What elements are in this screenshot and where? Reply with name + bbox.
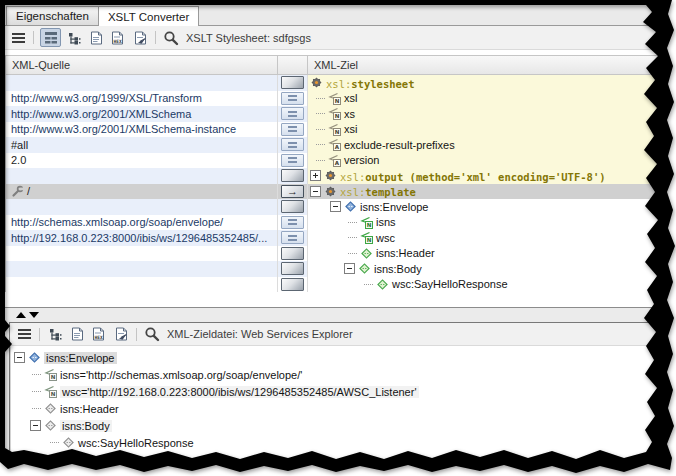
- table-row[interactable]: xsl:output (method='xml' encoding='UTF-8…: [6, 168, 666, 184]
- source-value[interactable]: http://192.168.0.223:8000/ibis/ws/129648…: [11, 232, 267, 244]
- table-row[interactable]: isns:Header: [6, 246, 666, 262]
- tree-item-label[interactable]: version: [344, 154, 379, 166]
- source-value[interactable]: http://www.w3.org/2001/XMLSchema: [11, 108, 191, 120]
- sash-collapse-up-icon[interactable]: [16, 312, 26, 318]
- tree-item-label[interactable]: xsl:output (method='xml' encoding='UTF-8…: [340, 168, 606, 184]
- tree-item-label[interactable]: wsc:SayHelloResponse: [392, 278, 508, 290]
- table-row[interactable]: #all A exclude-result-prefixes: [6, 137, 666, 153]
- table-row[interactable]: http://192.168.0.223:8000/ibis/ws/129648…: [6, 230, 666, 246]
- document-import-icon[interactable]: [112, 325, 130, 343]
- sash-collapse-down-icon[interactable]: [29, 312, 39, 318]
- map-equals-button[interactable]: [281, 231, 304, 244]
- collapse-icon[interactable]: [30, 420, 41, 431]
- tree-item-label[interactable]: xsl:stylesheet: [326, 75, 415, 91]
- namespace-icon: N: [328, 123, 341, 136]
- tree-item-label[interactable]: xsi: [344, 123, 357, 135]
- tree-item-label[interactable]: wsc: [376, 232, 395, 244]
- svg-text:A: A: [335, 145, 340, 151]
- table-row-selected[interactable]: / → xsl:template: [6, 184, 666, 200]
- svg-text:N: N: [335, 129, 340, 135]
- tree-item-label[interactable]: isns:Body: [374, 263, 422, 275]
- tree-item-label[interactable]: wsc='http://192.168.0.223:8000/ibis/ws/1…: [60, 386, 419, 398]
- view-menu-icon[interactable]: [9, 29, 27, 47]
- tree-item-label[interactable]: exclude-result-prefixes: [344, 139, 455, 151]
- tree-item-label[interactable]: wsc:SayHelloResponse: [78, 437, 194, 449]
- table-row[interactable]: wsc:SayHelloResponse: [6, 277, 666, 293]
- map-equals-button[interactable]: [281, 154, 304, 167]
- target-column-header[interactable]: XML-Ziel: [308, 55, 666, 75]
- document-icon[interactable]: [68, 325, 86, 343]
- tree-item-label[interactable]: isns:Header: [376, 247, 435, 259]
- tree-item-label[interactable]: isns='http://schemas.xmlsoap.org/soap/en…: [60, 369, 302, 381]
- map-equals-button[interactable]: [281, 123, 304, 136]
- tree-item-label[interactable]: isns:Envelope: [360, 201, 429, 213]
- document-hex-icon[interactable]: HEX: [109, 29, 127, 47]
- map-slot-button[interactable]: [281, 169, 304, 182]
- attribute-icon: A: [328, 138, 341, 151]
- table-row[interactable]: xsl:stylesheet: [6, 75, 666, 91]
- document-icon[interactable]: [87, 29, 105, 47]
- map-slot-button[interactable]: [281, 247, 304, 260]
- toolbar-separator: [136, 328, 137, 341]
- toolbar-separator: [155, 31, 156, 44]
- tab-bar: Eigenschaften XSLT Converter: [4, 4, 666, 26]
- table-row[interactable]: http://schemas.xmlsoap.org/soap/envelope…: [6, 215, 666, 231]
- table-row[interactable]: http://www.w3.org/1999/XSL/Transform N x…: [6, 91, 666, 107]
- view-menu-icon[interactable]: [15, 325, 33, 343]
- table-row[interactable]: http://www.w3.org/2001/XMLSchema-instanc…: [6, 122, 666, 138]
- table-row[interactable]: isns:Body: [6, 261, 666, 277]
- map-arrow-button[interactable]: →: [281, 185, 304, 198]
- collapse-icon[interactable]: [330, 201, 341, 212]
- tree-row[interactable]: isns:Body: [10, 417, 657, 434]
- tree-view-icon[interactable]: [46, 325, 64, 343]
- tree-item-label[interactable]: xsl: [344, 92, 357, 104]
- tree-view-icon[interactable]: [65, 29, 83, 47]
- source-value[interactable]: http://www.w3.org/2001/XMLSchema-instanc…: [11, 123, 236, 135]
- tree-row[interactable]: N wsc='http://192.168.0.223:8000/ibis/ws…: [10, 383, 657, 400]
- collapse-icon[interactable]: [14, 352, 25, 363]
- collapse-icon[interactable]: [310, 186, 321, 197]
- source-column-header[interactable]: XML-Quelle: [6, 55, 278, 75]
- collapse-icon[interactable]: [344, 263, 355, 274]
- map-slot-button[interactable]: [281, 278, 304, 291]
- source-value[interactable]: http://www.w3.org/1999/XSL/Transform: [11, 92, 202, 104]
- document-hex-icon[interactable]: HEX: [90, 325, 108, 343]
- element-icon-blue: [28, 351, 41, 364]
- source-value[interactable]: http://schemas.xmlsoap.org/soap/envelope…: [11, 216, 223, 228]
- document-import-icon[interactable]: [131, 29, 149, 47]
- tree-item-label[interactable]: xsl:template: [340, 184, 416, 200]
- map-slot-button[interactable]: [281, 200, 304, 213]
- search-icon[interactable]: [143, 325, 161, 343]
- tree-row[interactable]: N isns='http://schemas.xmlsoap.org/soap/…: [10, 366, 657, 383]
- element-icon-green: [358, 262, 371, 275]
- source-value[interactable]: #all: [11, 139, 28, 151]
- tree-item-label[interactable]: xs: [344, 108, 355, 120]
- map-equals-button[interactable]: [281, 92, 304, 105]
- table-row[interactable]: 2.0 A version: [6, 153, 666, 169]
- search-icon[interactable]: [162, 29, 180, 47]
- source-value[interactable]: /: [27, 185, 30, 197]
- svg-text:N: N: [367, 222, 372, 228]
- tree-item-label[interactable]: isns:Header: [60, 403, 119, 415]
- grid-view-toggle[interactable]: [40, 28, 61, 47]
- source-value[interactable]: 2.0: [11, 154, 26, 166]
- map-equals-button[interactable]: [281, 107, 304, 120]
- tab-xslt-converter[interactable]: XSLT Converter: [98, 6, 199, 26]
- map-slot-button[interactable]: [281, 76, 304, 89]
- namespace-icon: N: [328, 92, 341, 105]
- tree-item-label[interactable]: isns: [376, 216, 396, 228]
- map-slot-button[interactable]: [281, 262, 304, 275]
- splitter-sash[interactable]: [4, 308, 666, 322]
- tree-item-label[interactable]: isns:Body: [60, 420, 112, 432]
- tree-row[interactable]: wsc:SayHelloResponse: [10, 434, 657, 451]
- table-row[interactable]: isns:Envelope: [6, 199, 666, 215]
- tree-item-label[interactable]: isns:Envelope: [44, 352, 117, 364]
- toolbar-separator: [39, 328, 40, 341]
- expand-icon[interactable]: [310, 170, 321, 181]
- table-row[interactable]: http://www.w3.org/2001/XMLSchema N xs: [6, 106, 666, 122]
- tree-row[interactable]: isns:Header: [10, 400, 657, 417]
- tree-row[interactable]: isns:Envelope: [10, 349, 657, 366]
- map-equals-button[interactable]: [281, 216, 304, 229]
- tab-eigenschaften[interactable]: Eigenschaften: [6, 6, 99, 25]
- map-equals-button[interactable]: [281, 138, 304, 151]
